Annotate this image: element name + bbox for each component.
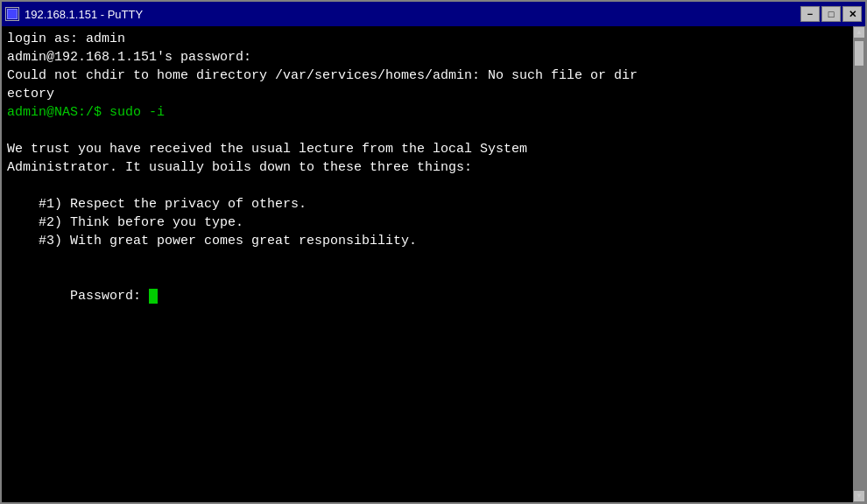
window-title: 192.168.1.151 - PuTTY (25, 8, 143, 21)
line-lecture1: We trust you have received the usual lec… (7, 140, 846, 158)
scrollbar-up-arrow[interactable]: ▲ (853, 26, 865, 38)
password-label: Password: (70, 289, 149, 304)
line-blank2 (7, 177, 846, 195)
app-icon (5, 7, 19, 21)
line-lecture2: Administrator. It usually boils down to … (7, 158, 846, 177)
scrollbar-track[interactable] (853, 38, 865, 490)
close-button[interactable]: ✕ (842, 6, 862, 22)
line-error1: Could not chdir to home directory /var/s… (7, 66, 846, 85)
terminal-content: login as: admin admin@192.168.1.151's pa… (7, 30, 860, 324)
scrollbar-thumb[interactable] (854, 40, 864, 66)
line-rule3: #3) With great power comes great respons… (7, 232, 846, 250)
minimize-button[interactable]: − (800, 6, 820, 22)
terminal-area[interactable]: login as: admin admin@192.168.1.151's pa… (2, 26, 865, 502)
line-blank3 (7, 250, 846, 269)
scrollbar-down-arrow[interactable]: ▼ (853, 490, 865, 502)
line-password-input: Password: (7, 269, 846, 324)
line-rule1: #1) Respect the privacy of others. (7, 195, 846, 214)
maximize-button[interactable]: □ (821, 6, 841, 22)
line-blank1 (7, 122, 846, 140)
line-login: login as: admin (7, 30, 846, 48)
putty-window: 192.168.1.151 - PuTTY − □ ✕ login as: ad… (0, 0, 867, 504)
line-rule2: #2) Think before you type. (7, 214, 846, 232)
window-controls: − □ ✕ (800, 6, 862, 22)
title-bar: 192.168.1.151 - PuTTY − □ ✕ (2, 2, 865, 26)
line-error2: ectory (7, 85, 846, 103)
terminal-cursor (149, 289, 158, 304)
title-bar-left: 192.168.1.151 - PuTTY (5, 7, 143, 21)
scrollbar[interactable]: ▲ ▼ (853, 26, 865, 502)
line-prompt: admin@NAS:/$ sudo -i (7, 103, 846, 122)
line-password-prompt: admin@192.168.1.151's password: (7, 48, 846, 66)
